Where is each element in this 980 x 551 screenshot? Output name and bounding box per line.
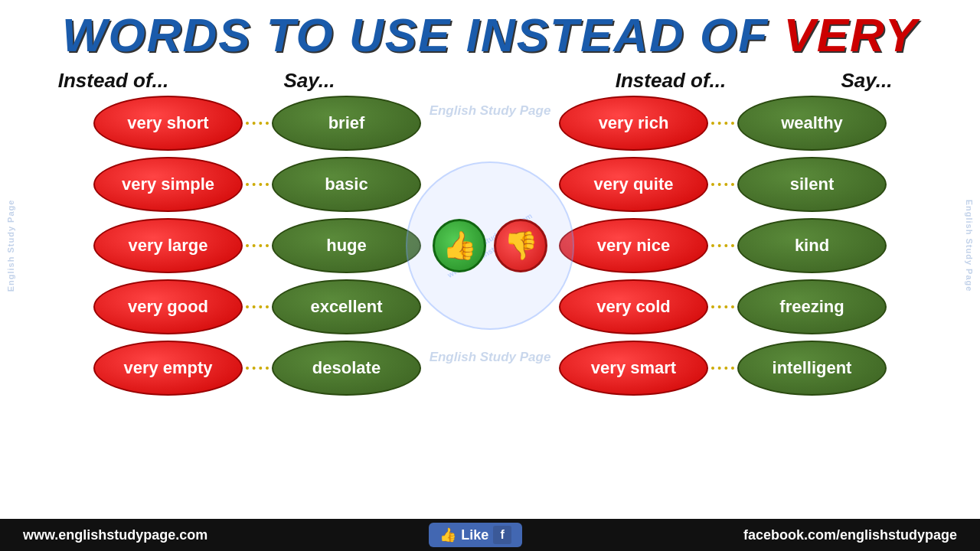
right-panel: very rich wealthy very quite silent very… — [551, 96, 894, 396]
right-pair-2: very nice kind — [559, 218, 887, 273]
left-say-1: basic — [272, 157, 421, 212]
left-instead-2: very large — [93, 218, 243, 273]
left-say-3: excellent — [272, 279, 421, 334]
right-say-2: kind — [737, 218, 887, 273]
dotted-0-right — [711, 122, 734, 125]
like-thumb-icon: 👍 — [439, 527, 456, 543]
right-say-1: silent — [737, 157, 887, 212]
footer: www.englishstudypage.com 👍 Like f facebo… — [0, 519, 980, 551]
left-say-2: huge — [272, 218, 421, 273]
right-instead-header: Instead of... — [594, 69, 747, 93]
left-instead-header: Instead of... — [37, 69, 190, 93]
dotted-3-right — [711, 305, 734, 308]
right-say-0: wealthy — [737, 96, 887, 151]
dotted-4-left — [246, 367, 269, 370]
left-pair-3: very good excellent — [93, 279, 421, 334]
title-very: VERY — [783, 8, 918, 61]
title-bar: WORDS TO USE INSTEAD OF VERY — [0, 0, 980, 66]
right-say-header: Say... — [790, 69, 943, 93]
right-instead-1: very quite — [559, 157, 708, 212]
right-say-3: freezing — [737, 279, 887, 334]
title-main: WORDS TO USE INSTEAD OF — [62, 8, 783, 61]
esp-bottom: English Study Page — [430, 350, 551, 365]
thumbs-up-icon: 👍 — [433, 219, 486, 272]
footer-website: www.englishstudypage.com — [23, 527, 207, 543]
facebook-icon: f — [493, 526, 511, 544]
dotted-1-right — [711, 183, 734, 186]
right-watermark: English Study Page — [965, 200, 974, 292]
left-pair-0: very short brief — [93, 96, 421, 151]
right-pair-0: very rich wealthy — [559, 96, 887, 151]
left-watermark: English Study Page — [6, 200, 15, 292]
dotted-4-right — [711, 367, 734, 370]
center-area: www.englishstudypage.comwww.englishstudy… — [429, 96, 551, 396]
left-instead-4: very empty — [93, 341, 243, 396]
like-button[interactable]: 👍 Like f — [429, 523, 522, 547]
left-say-0: brief — [272, 96, 421, 151]
right-instead-3: very cold — [559, 279, 708, 334]
left-pair-1: very simple basic — [93, 157, 421, 212]
dotted-3-left — [246, 305, 269, 308]
right-say-4: intelligent — [737, 341, 887, 396]
column-headers: Instead of... Say... Instead of... Say..… — [0, 66, 980, 96]
dotted-1-left — [246, 183, 269, 186]
thumbs-container: 👍 👎 — [433, 219, 547, 272]
left-pair-2: very large huge — [93, 218, 421, 273]
like-label: Like — [461, 527, 488, 543]
esp-top: English Study Page — [430, 103, 551, 119]
dotted-2-right — [711, 244, 734, 247]
left-instead-3: very good — [93, 279, 243, 334]
left-panel: very short brief very simple basic very … — [86, 96, 429, 396]
footer-facebook: facebook.com/englishstudypage — [743, 527, 957, 543]
thumbs-down-icon: 👎 — [494, 219, 547, 272]
right-pair-1: very quite silent — [559, 157, 887, 212]
right-instead-2: very nice — [559, 218, 708, 273]
right-instead-4: very smart — [559, 341, 708, 396]
main-content: English Study Page English Study Page ve… — [0, 96, 980, 396]
left-say-4: desolate — [272, 341, 421, 396]
dotted-2-left — [246, 244, 269, 247]
right-instead-0: very rich — [559, 96, 708, 151]
right-pair-3: very cold freezing — [559, 279, 887, 334]
dotted-0-left — [246, 122, 269, 125]
left-instead-1: very simple — [93, 157, 243, 212]
left-say-header: Say... — [233, 69, 386, 93]
left-pair-4: very empty desolate — [93, 341, 421, 396]
right-pair-4: very smart intelligent — [559, 341, 887, 396]
left-instead-0: very short — [93, 96, 243, 151]
